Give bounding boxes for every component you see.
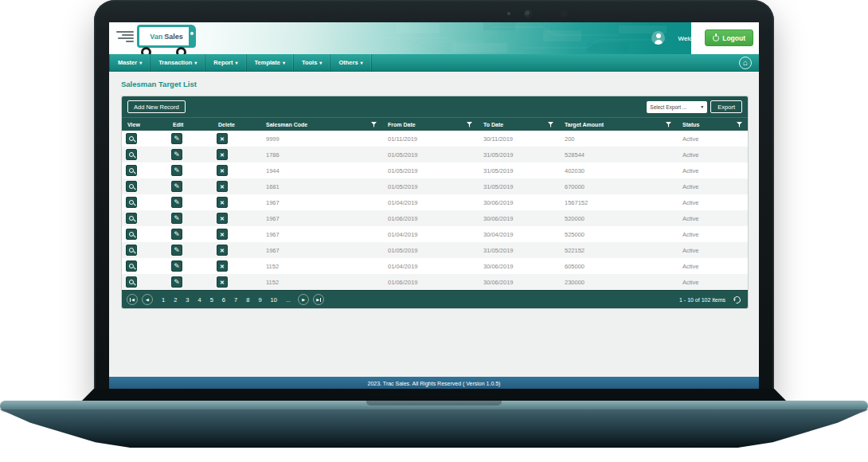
edit-button[interactable]: ✎ bbox=[171, 260, 182, 272]
edit-button[interactable]: ✎ bbox=[171, 149, 182, 160]
export-format-select[interactable]: Select Export ... ▼ bbox=[647, 101, 707, 113]
nav-menu-item[interactable]: Tools ▾ bbox=[294, 54, 330, 71]
edit-button[interactable]: ✎ bbox=[171, 276, 182, 288]
laptop-lid-bezel: Van Sales Welcome admin! Logout bbox=[94, 0, 774, 402]
view-button[interactable] bbox=[126, 276, 137, 288]
delete-button[interactable]: ✕ bbox=[217, 260, 228, 272]
next-page-button[interactable]: ▶ bbox=[298, 294, 309, 305]
magnifier-icon bbox=[129, 136, 134, 141]
van-truck-icon: Van Sales bbox=[137, 25, 196, 48]
app-screen: Van Sales Welcome admin! Logout bbox=[109, 22, 759, 390]
edit-button[interactable]: ✎ bbox=[171, 181, 182, 192]
page-number[interactable]: 3 bbox=[186, 296, 189, 303]
to-date-cell: 30/06/2019 bbox=[478, 258, 559, 274]
column-header[interactable]: From Date bbox=[382, 118, 478, 131]
view-button[interactable] bbox=[126, 213, 137, 224]
salesman-code-cell: 1967 bbox=[260, 210, 382, 226]
nav-menu-item[interactable]: Transaction ▾ bbox=[151, 54, 205, 71]
view-button[interactable] bbox=[126, 260, 137, 272]
edit-button[interactable]: ✎ bbox=[171, 245, 182, 256]
column-header[interactable]: Status bbox=[677, 118, 748, 131]
home-icon: ⌂ bbox=[743, 59, 748, 67]
view-button[interactable] bbox=[126, 133, 137, 144]
column-header[interactable]: To Date bbox=[478, 118, 559, 131]
status-cell: Active bbox=[677, 274, 748, 290]
column-header-label: Delete bbox=[218, 122, 235, 127]
magnifier-icon bbox=[129, 264, 134, 268]
filter-funnel-icon[interactable] bbox=[737, 122, 742, 127]
delete-cell: ✕ bbox=[213, 147, 260, 162]
magnifier-icon bbox=[129, 184, 134, 189]
close-icon: ✕ bbox=[220, 216, 225, 221]
filter-funnel-icon[interactable] bbox=[371, 122, 377, 127]
view-button[interactable] bbox=[126, 149, 137, 160]
edit-button[interactable]: ✎ bbox=[171, 197, 182, 208]
column-header[interactable]: Delete bbox=[213, 118, 260, 131]
filter-funnel-icon[interactable] bbox=[548, 122, 553, 127]
edit-button[interactable]: ✎ bbox=[171, 229, 182, 240]
nav-item-label: Report bbox=[213, 59, 233, 66]
delete-button[interactable]: ✕ bbox=[217, 197, 228, 208]
delete-button[interactable]: ✕ bbox=[217, 245, 228, 256]
page-number[interactable]: 4 bbox=[198, 296, 201, 303]
edit-button[interactable]: ✎ bbox=[171, 165, 182, 176]
refresh-icon[interactable] bbox=[732, 295, 741, 304]
nav-menu-item[interactable]: Others ▾ bbox=[330, 54, 371, 71]
delete-button[interactable]: ✕ bbox=[217, 229, 228, 240]
speed-lines-icon bbox=[115, 31, 134, 44]
to-date-cell: 31/05/2019 bbox=[478, 162, 559, 178]
last-page-button[interactable]: ▶ bbox=[313, 294, 324, 305]
filter-funnel-icon[interactable] bbox=[666, 122, 671, 127]
from-date-cell: 01/05/2019 bbox=[382, 147, 478, 162]
filter-funnel-icon[interactable] bbox=[467, 122, 472, 127]
page-number[interactable]: 1 bbox=[162, 296, 165, 303]
logout-button[interactable]: Logout bbox=[705, 29, 753, 46]
column-header[interactable]: View bbox=[122, 118, 167, 131]
prev-page-button[interactable]: ◀ bbox=[142, 294, 153, 305]
delete-cell: ✕ bbox=[213, 162, 260, 178]
column-header[interactable]: Edit bbox=[167, 118, 213, 131]
status-cell: Active bbox=[677, 131, 748, 147]
view-button[interactable] bbox=[126, 197, 137, 208]
prev-arrow-icon: ◀ bbox=[146, 297, 149, 302]
page-number[interactable]: 7 bbox=[234, 296, 237, 303]
page-number[interactable]: 10 bbox=[271, 296, 277, 303]
edit-button[interactable]: ✎ bbox=[171, 133, 182, 144]
nav-menu-item[interactable]: Template ▾ bbox=[247, 54, 294, 71]
page-number[interactable]: 9 bbox=[258, 296, 261, 303]
column-header[interactable]: Salesman Code bbox=[260, 118, 382, 131]
delete-button[interactable]: ✕ bbox=[217, 149, 228, 160]
edit-button[interactable]: ✎ bbox=[171, 213, 182, 224]
add-new-record-button[interactable]: Add New Record bbox=[127, 100, 186, 113]
pencil-icon: ✎ bbox=[174, 135, 180, 143]
first-page-button[interactable]: ◀ bbox=[127, 294, 138, 305]
column-header[interactable]: Target Amount bbox=[559, 118, 677, 131]
webcam-lens bbox=[524, 10, 532, 18]
view-button[interactable] bbox=[126, 229, 137, 240]
status-cell: Active bbox=[677, 242, 748, 258]
view-button[interactable] bbox=[126, 181, 137, 192]
pencil-icon: ✎ bbox=[174, 247, 180, 254]
delete-button[interactable]: ✕ bbox=[217, 133, 228, 144]
page-number-list: 12345678910 bbox=[162, 296, 277, 303]
home-button[interactable]: ⌂ bbox=[739, 57, 752, 69]
view-cell bbox=[122, 274, 167, 290]
delete-button[interactable]: ✕ bbox=[217, 276, 228, 288]
pencil-icon: ✎ bbox=[174, 279, 180, 286]
export-button[interactable]: Export bbox=[710, 100, 742, 113]
page-number[interactable]: 5 bbox=[210, 296, 213, 303]
view-button[interactable] bbox=[126, 245, 137, 256]
to-date-cell: 30/04/2019 bbox=[478, 226, 559, 242]
nav-menu-item[interactable]: Report ▾ bbox=[205, 54, 246, 71]
target-amount-cell: 402030 bbox=[559, 162, 677, 178]
page-number[interactable]: 8 bbox=[246, 296, 249, 303]
view-button[interactable] bbox=[126, 165, 137, 176]
salesman-code-cell: 1152 bbox=[260, 274, 382, 290]
nav-menu-item[interactable]: Master ▾ bbox=[109, 54, 151, 71]
delete-button[interactable]: ✕ bbox=[217, 213, 228, 224]
page-number[interactable]: 6 bbox=[222, 296, 225, 303]
status-cell: Active bbox=[677, 178, 748, 194]
delete-button[interactable]: ✕ bbox=[217, 165, 228, 176]
page-number[interactable]: 2 bbox=[174, 296, 177, 303]
delete-button[interactable]: ✕ bbox=[217, 181, 228, 192]
